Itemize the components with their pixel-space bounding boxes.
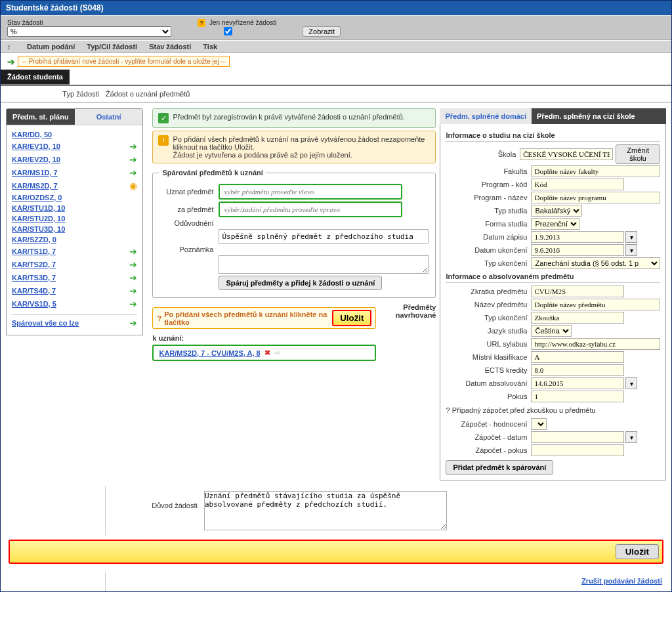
list-item[interactable]: KAR/DD, 50	[12, 131, 52, 138]
list-item[interactable]: KAR/STU2D, 10	[12, 215, 65, 223]
ects-input[interactable]	[531, 364, 624, 376]
program-kod-input[interactable]	[531, 179, 624, 190]
check-icon: ✓	[158, 113, 169, 123]
fakulta-input[interactable]	[531, 165, 660, 177]
jazyk-select[interactable]: Čeština	[531, 325, 572, 337]
skola-input[interactable]	[520, 148, 613, 160]
calendar-icon[interactable]: ▾	[625, 377, 637, 389]
zobrazit-button[interactable]: Zobrazit	[303, 26, 341, 37]
reorder-icon[interactable]: ↕	[7, 43, 15, 51]
main-save-bar: Uložit	[9, 540, 663, 564]
pokus-input[interactable]	[531, 391, 624, 402]
calendar-icon[interactable]: ▾	[625, 244, 637, 256]
col-stav[interactable]: Stav žádosti	[149, 43, 191, 51]
pozn-input[interactable]	[219, 255, 429, 274]
list-item[interactable]: KAR/MS1D, 7	[12, 169, 58, 177]
za-input[interactable]	[219, 202, 402, 217]
subject-list[interactable]: KAR/DD, 50 KAR/EV1D, 10➔ KAR/EV2D, 10➔ K…	[7, 125, 142, 335]
zapocet-note: Případný zápočet před zkouškou u předmět…	[452, 406, 596, 414]
typ-studia-select[interactable]: Bakalářský	[531, 205, 582, 217]
oduv-label: Odůvodnění	[159, 219, 219, 227]
tab-predm-planu[interactable]: Předm. st. plánu	[7, 109, 75, 125]
pridat-predmet-button[interactable]: Přidat předmět k spárování	[446, 460, 553, 475]
jen-checkbox[interactable]	[224, 27, 232, 35]
program-nazev-input[interactable]	[531, 192, 660, 203]
help-icon[interactable]: ?	[446, 406, 450, 414]
help-icon[interactable]: ?	[198, 19, 205, 27]
arrow-icon: ➔	[129, 286, 137, 296]
zapocet-pokus-input[interactable]	[531, 444, 624, 456]
col-datum[interactable]: Datum podání	[27, 43, 75, 51]
list-item[interactable]: KAR/TS2D, 7	[12, 261, 56, 268]
sparovat-vse[interactable]: Spárovat vše co lze	[12, 319, 79, 327]
info-box: ✓ Předmět byl zaregistrován k právě vytv…	[152, 108, 436, 128]
oduv-input[interactable]	[219, 229, 429, 244]
nazev-predmetu-input[interactable]	[531, 299, 660, 310]
proposed-item: KAR/MS2D, 7 - CVU/M2S, A, 8 ✖ ⇨	[152, 345, 376, 361]
typ-ukonceni2-input[interactable]	[531, 312, 624, 324]
predmety-navrhovane-label: Předměty navrhované	[381, 303, 436, 319]
warn-icon: !	[158, 135, 169, 146]
list-item[interactable]: KAR/EV1D, 10	[12, 142, 60, 150]
typ-zadosti-label: Typ žádosti	[1, 86, 106, 102]
stav-label: Stav žádosti	[7, 19, 43, 26]
stav-select[interactable]: %	[7, 26, 171, 37]
calendar-icon[interactable]: ▾	[625, 431, 637, 443]
zmenit-skolu-button[interactable]: Změnit školu	[616, 144, 660, 164]
arrow-right-icon: ➔	[7, 56, 15, 67]
list-item[interactable]: KAR/TS3D, 7	[12, 274, 56, 282]
zrusit-link[interactable]: Zrušit podávání žádosti	[581, 577, 662, 585]
list-item[interactable]: KAR/TS1D, 7	[12, 247, 56, 255]
arrow-icon: ➔	[129, 246, 137, 257]
tab-ostatni[interactable]: Ostatní	[75, 109, 143, 125]
section-cizi-skola: Informace o studiu na cizí škole	[446, 129, 660, 142]
tab-splnene-domaci[interactable]: Předm. splněné domácí	[440, 108, 531, 124]
url-input[interactable]	[531, 338, 660, 350]
proposed-link[interactable]: KAR/MS2D, 7 - CVU/M2S, A, 8	[159, 349, 260, 357]
list-item[interactable]: KAR/SZZD, 0	[12, 236, 56, 244]
list-item[interactable]: KAR/STU3D, 10	[12, 225, 65, 233]
typ-ukonceni-select[interactable]: Zanechání studia (§ 56 odst. 1 p	[531, 257, 660, 269]
uznat-input[interactable]	[219, 184, 402, 200]
list-item[interactable]: KAR/MS2D, 7	[12, 182, 58, 190]
section-absolvovany: Informace o absolvovaném předmětu	[446, 270, 660, 283]
duvod-textarea[interactable]: Uznání předmětů stávajícího studia za ús…	[204, 491, 447, 530]
ulozit-button[interactable]: Uložit	[332, 310, 371, 326]
col-tisk[interactable]: Tisk	[203, 43, 217, 51]
col-typ[interactable]: Typ/Cíl žádosti	[87, 43, 137, 51]
forma-select[interactable]: Prezenční	[531, 218, 579, 230]
datum-zapisu-input[interactable]	[531, 231, 624, 243]
list-item[interactable]: KAR/EV2D, 10	[12, 156, 60, 163]
list-item[interactable]: KAR/OZDSZ, 0	[12, 194, 62, 202]
zapocet-hodnoceni-select[interactable]	[531, 418, 547, 430]
zkratka-input[interactable]	[531, 286, 624, 297]
warn-icon: ◉	[129, 181, 137, 191]
filter-bar: Stav žádosti % ? Jen nevyřízené žádosti …	[1, 15, 671, 40]
new-request-msg: -- Probíhá přidávání nové žádosti - vypl…	[18, 56, 230, 67]
sparuj-button[interactable]: Spáruj předměty a přidej k žádosti o uzn…	[219, 276, 382, 290]
list-item[interactable]: KAR/TS4D, 7	[12, 287, 56, 295]
jen-label: Jen nevyřízené žádosti	[209, 19, 276, 26]
datum-ukonceni-input[interactable]	[531, 244, 624, 256]
calendar-icon[interactable]: ▾	[625, 231, 637, 243]
typ-zadosti-value: Žádost o uznání předmětů	[106, 86, 190, 102]
shift-icon[interactable]: ⇨	[274, 349, 280, 357]
k-uznani-label: k uznání:	[152, 334, 376, 342]
save-hint: Po přidání všech předmětů k uznání klikn…	[164, 310, 332, 326]
arrow-icon: ➔	[129, 154, 137, 165]
duvod-label: Důvod žádosti	[106, 491, 198, 509]
arrow-icon: ➔	[129, 318, 137, 328]
list-item[interactable]: KAR/STU1D, 10	[12, 204, 65, 212]
klasifikace-input[interactable]	[531, 351, 624, 363]
main-ulozit-button[interactable]: Uložit	[616, 544, 659, 559]
fieldset-legend: Spárování předmětů k uznání	[159, 169, 265, 177]
datum-absolv-input[interactable]	[531, 377, 624, 389]
list-item[interactable]: KAR/VS1D, 5	[12, 300, 56, 308]
remove-icon[interactable]: ✖	[264, 349, 270, 357]
tab-splneny-cizi[interactable]: Předm. splněný na cizí škole	[532, 108, 666, 124]
zapocet-datum-input[interactable]	[531, 431, 624, 443]
sparovani-fieldset: Spárování předmětů k uznání Uznat předmě…	[152, 169, 436, 298]
arrow-icon: ➔	[129, 259, 137, 270]
help-icon[interactable]: ?	[157, 314, 161, 322]
warn-box: ! Po přidání všech předmětů k uznání na …	[152, 131, 436, 163]
